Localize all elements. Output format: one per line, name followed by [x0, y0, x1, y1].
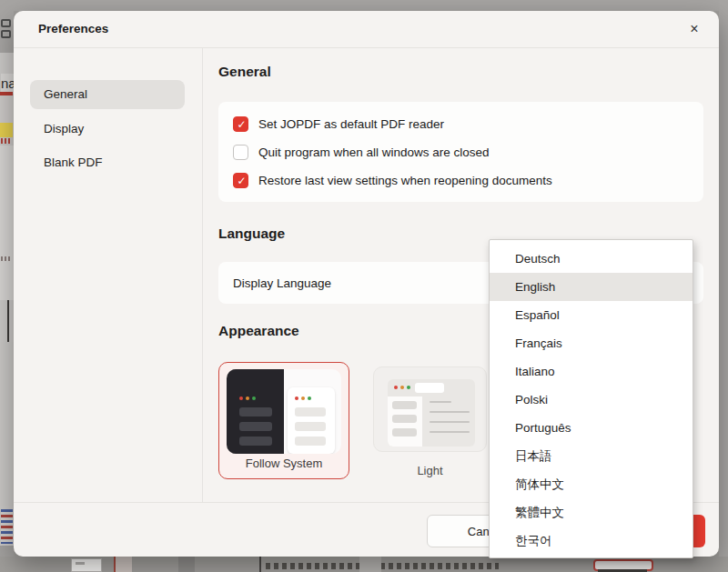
- language-section-heading: Language: [218, 226, 285, 242]
- dropdown-option-portugues[interactable]: Português: [490, 414, 693, 442]
- follow-system-preview: [227, 369, 341, 454]
- sidebar-item-label: General: [44, 87, 87, 101]
- background-left-sliver: na: [0, 0, 14, 572]
- sidebar-item-blank-pdf[interactable]: Blank PDF: [30, 148, 185, 177]
- window-dots-icon: [394, 386, 410, 389]
- background-top-strip: [0, 0, 728, 11]
- checkbox-set-default-reader[interactable]: Set JOPDF as default PDF reader: [233, 115, 689, 133]
- background-highlight-fragment: [0, 123, 13, 137]
- searchbar-shape: [415, 383, 444, 393]
- sidebar-item-general[interactable]: General: [30, 80, 185, 109]
- checkbox-icon[interactable]: [233, 116, 248, 132]
- sidebar-divider: [202, 48, 203, 502]
- dialog-title: Preferences: [38, 11, 108, 47]
- general-settings-card: Set JOPDF as default PDF reader Quit pro…: [218, 102, 703, 202]
- background-block: [0, 95, 14, 123]
- theme-option-follow-system[interactable]: Follow System: [218, 362, 349, 479]
- background-divider-fragment: [7, 300, 9, 342]
- theme-option-light[interactable]: [373, 366, 487, 452]
- checkbox-label: Set JOPDF as default PDF reader: [258, 117, 444, 131]
- dropdown-option-espanol[interactable]: Español: [490, 301, 693, 329]
- sidebar-item-label: Blank PDF: [44, 156, 103, 169]
- close-icon[interactable]: ×: [682, 17, 706, 41]
- background-right-strip: [719, 0, 728, 572]
- general-section-heading: General: [218, 64, 271, 80]
- background-block: [178, 557, 195, 572]
- theme-label-follow-system: Follow System: [219, 457, 349, 470]
- checkbox-icon[interactable]: [233, 173, 248, 188]
- dropdown-option-japanese[interactable]: 日本語: [490, 442, 693, 470]
- dropdown-option-polski[interactable]: Polski: [490, 386, 693, 414]
- background-document-fragment: [71, 558, 102, 572]
- background-text-marks: [1, 138, 12, 144]
- checkbox-label: Quit program when all windows are closed: [258, 146, 490, 159]
- background-text-fragment: na: [1, 74, 14, 94]
- dropdown-option-english[interactable]: English: [490, 273, 693, 301]
- background-text-marks: [1, 256, 12, 261]
- appearance-section-heading: Appearance: [218, 323, 299, 339]
- dropdown-option-deutsch[interactable]: Deutsch: [490, 245, 693, 273]
- header-divider: [14, 47, 719, 48]
- dropdown-option-simplified-chinese[interactable]: 简体中文: [490, 470, 693, 498]
- sidebar-item-display[interactable]: Display: [30, 115, 185, 144]
- sidebar-item-label: Display: [44, 122, 84, 135]
- background-bottom-strip: [0, 557, 728, 572]
- background-block: [0, 146, 14, 300]
- dialog-titlebar: Preferences ×: [14, 11, 719, 47]
- background-divider-fragment: [259, 557, 261, 572]
- background-block: [0, 342, 14, 506]
- dropdown-option-italiano[interactable]: Italiano: [490, 357, 693, 386]
- dropdown-option-korean[interactable]: 한국어: [490, 527, 693, 555]
- checkbox-label: Restore last view settings when reopenin…: [258, 174, 552, 187]
- checkbox-icon[interactable]: [233, 145, 248, 160]
- dark-half-preview: [227, 369, 284, 454]
- dropdown-option-traditional-chinese[interactable]: 繁體中文: [490, 498, 693, 527]
- theme-label-light: Light: [373, 464, 487, 477]
- language-dropdown-menu: Deutsch English Español Français Italian…: [489, 239, 693, 558]
- background-text-marks: [266, 563, 499, 569]
- checkbox-restore-last-view[interactable]: Restore last view settings when reopenin…: [233, 171, 689, 189]
- light-preview: [388, 379, 475, 447]
- dropdown-option-francais[interactable]: Français: [490, 329, 693, 357]
- checkbox-quit-when-closed[interactable]: Quit program when all windows are closed: [233, 143, 689, 161]
- light-half-preview: [284, 369, 341, 454]
- window-dots-icon: [239, 396, 256, 400]
- background-block: [116, 557, 132, 572]
- window-dots-icon: [295, 396, 311, 400]
- background-block: [359, 557, 381, 572]
- display-language-label: Display Language: [218, 276, 331, 290]
- app-icon-fragment: [0, 19, 12, 39]
- screen: na Preferences × General: [0, 0, 728, 572]
- background-text-marks: [1, 509, 13, 544]
